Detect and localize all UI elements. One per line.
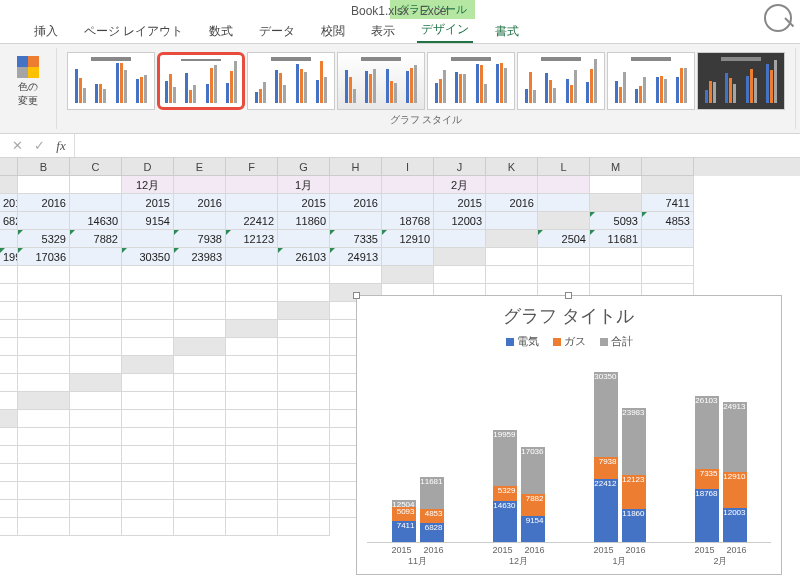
cell[interactable] <box>18 338 70 356</box>
ribbon-tab-1[interactable]: ページ レイアウト <box>80 20 187 43</box>
cell[interactable] <box>70 410 122 428</box>
cell[interactable] <box>226 194 278 212</box>
cell[interactable] <box>174 302 226 320</box>
cell[interactable]: 23983 <box>174 248 226 266</box>
cell[interactable] <box>0 266 18 284</box>
column-header-J[interactable]: J <box>434 158 486 176</box>
cell[interactable] <box>278 266 330 284</box>
cell[interactable] <box>330 176 382 194</box>
cell[interactable] <box>538 248 590 266</box>
cell[interactable] <box>0 302 18 320</box>
cell[interactable] <box>434 230 486 248</box>
cell[interactable] <box>434 266 486 284</box>
cell[interactable] <box>18 284 70 302</box>
chart-bar[interactable]: 118601212323983 <box>622 408 646 542</box>
cell[interactable] <box>174 284 226 302</box>
cell[interactable]: 5329 <box>18 230 70 248</box>
cell[interactable] <box>278 284 330 302</box>
cell[interactable] <box>70 392 122 410</box>
resize-handle[interactable] <box>353 292 360 299</box>
cell[interactable] <box>174 320 226 338</box>
cell[interactable] <box>226 446 278 464</box>
cell[interactable] <box>226 500 278 518</box>
cell[interactable] <box>0 230 18 248</box>
cell[interactable] <box>122 374 174 392</box>
cell[interactable] <box>18 446 70 464</box>
cell[interactable] <box>226 392 278 410</box>
cell[interactable] <box>278 428 330 446</box>
cell[interactable] <box>278 446 330 464</box>
cell[interactable]: 14630 <box>70 212 122 230</box>
cell[interactable] <box>538 194 590 212</box>
ribbon-tab-4[interactable]: 校閲 <box>317 20 349 43</box>
cell[interactable] <box>174 464 226 482</box>
cell[interactable] <box>0 320 18 338</box>
cell[interactable] <box>70 302 122 320</box>
cell[interactable] <box>70 176 122 194</box>
chart-style-thumb-5[interactable] <box>427 52 515 110</box>
cell[interactable] <box>174 212 226 230</box>
ribbon-tab-3[interactable]: データ <box>255 20 299 43</box>
column-header-D[interactable]: D <box>122 158 174 176</box>
cell[interactable] <box>18 428 70 446</box>
chart-plot-area[interactable]: 7411509312504682848531168114630532919959… <box>367 355 771 543</box>
cell[interactable] <box>330 266 382 284</box>
ribbon-tab-5[interactable]: 表示 <box>367 20 399 43</box>
cell[interactable] <box>590 176 642 194</box>
cell[interactable]: 2016 <box>330 194 382 212</box>
column-header-B[interactable]: B <box>18 158 70 176</box>
cell[interactable] <box>122 266 174 284</box>
chart-style-thumb-3[interactable] <box>247 52 335 110</box>
cell[interactable] <box>226 356 278 374</box>
column-header-G[interactable]: G <box>278 158 330 176</box>
cell[interactable]: 4853 <box>642 212 694 230</box>
cell[interactable] <box>70 338 122 356</box>
cell[interactable] <box>642 248 694 266</box>
cell[interactable] <box>0 482 18 500</box>
cell[interactable] <box>0 338 18 356</box>
cell[interactable] <box>18 464 70 482</box>
column-header-K[interactable]: K <box>486 158 538 176</box>
cell[interactable]: 2015 <box>0 194 18 212</box>
ribbon-tab-7[interactable]: 書式 <box>491 20 523 43</box>
cell[interactable] <box>18 302 70 320</box>
cell[interactable] <box>18 320 70 338</box>
cell[interactable] <box>122 284 174 302</box>
cell[interactable] <box>122 338 174 356</box>
cell[interactable]: 2月 <box>434 176 486 194</box>
chart-legend[interactable]: 電気ガス合計 <box>367 334 771 349</box>
cell[interactable] <box>226 482 278 500</box>
ribbon-tab-0[interactable]: 挿入 <box>30 20 62 43</box>
cell[interactable] <box>18 500 70 518</box>
cell[interactable] <box>642 230 694 248</box>
cell[interactable] <box>70 446 122 464</box>
cell[interactable] <box>226 176 278 194</box>
cell[interactable] <box>70 464 122 482</box>
cell[interactable]: 2016 <box>174 194 226 212</box>
column-header-H[interactable]: H <box>330 158 382 176</box>
cell[interactable]: 18768 <box>382 212 434 230</box>
cell[interactable]: 17036 <box>18 248 70 266</box>
cell[interactable]: 7938 <box>174 230 226 248</box>
cell[interactable] <box>0 446 18 464</box>
cell[interactable] <box>122 428 174 446</box>
column-header-C[interactable]: C <box>70 158 122 176</box>
cell[interactable] <box>226 518 278 536</box>
cell[interactable] <box>226 266 278 284</box>
cell[interactable] <box>0 374 18 392</box>
cell[interactable] <box>174 374 226 392</box>
cell[interactable] <box>486 266 538 284</box>
cell[interactable]: 24913 <box>330 248 382 266</box>
cell[interactable] <box>278 356 330 374</box>
cell[interactable] <box>70 500 122 518</box>
cell[interactable] <box>70 482 122 500</box>
cell[interactable] <box>122 392 174 410</box>
cell[interactable] <box>18 356 70 374</box>
cell[interactable] <box>0 356 18 374</box>
cell[interactable] <box>122 410 174 428</box>
cell[interactable] <box>70 428 122 446</box>
cell[interactable] <box>278 320 330 338</box>
column-header-L[interactable]: L <box>538 158 590 176</box>
cell[interactable] <box>18 374 70 392</box>
cell[interactable] <box>226 302 278 320</box>
